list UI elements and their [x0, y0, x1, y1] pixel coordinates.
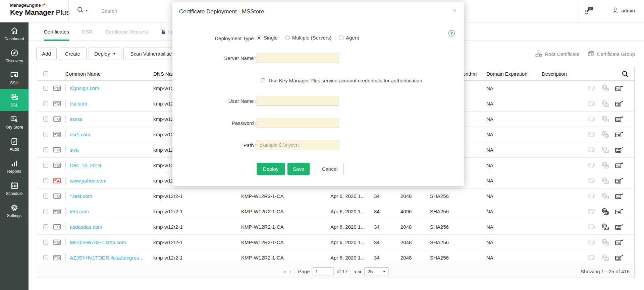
renew-certificate-icon[interactable] [615, 208, 623, 215]
edit-certificate-icon[interactable] [588, 224, 596, 230]
root-certificate-button[interactable]: Root Certificate [535, 50, 579, 58]
first-page-icon[interactable]: « [283, 268, 286, 275]
cancel-button[interactable]: Cancel [316, 163, 344, 175]
select-all-checkbox[interactable] [43, 71, 48, 76]
renew-certificate-icon[interactable] [615, 85, 623, 92]
tab-certificate-request[interactable]: Certificate Request [105, 22, 148, 41]
last-page-icon[interactable]: » [358, 268, 362, 275]
path-input[interactable] [257, 140, 339, 150]
edit-certificate-icon[interactable] [588, 131, 596, 138]
row-checkbox[interactable] [43, 132, 48, 137]
sidebar-item-ssl[interactable]: SSL [0, 89, 29, 111]
deploy-certificate-icon[interactable] [601, 193, 609, 200]
edit-certificate-icon[interactable] [588, 193, 596, 199]
create-button[interactable]: Create [59, 48, 87, 60]
user-name-input[interactable] [257, 96, 339, 106]
edit-certificate-icon[interactable] [588, 255, 596, 261]
server-name-input[interactable] [257, 53, 339, 63]
renew-certificate-icon[interactable] [615, 131, 623, 138]
renew-certificate-icon[interactable] [615, 239, 623, 246]
common-name-link[interactable]: *.test.com [70, 193, 92, 199]
help-icon[interactable]: ? [448, 30, 455, 37]
close-icon[interactable]: × [453, 7, 457, 14]
service-account-checkbox[interactable] [261, 78, 265, 83]
feedback-icon[interactable] [584, 6, 594, 17]
row-checkbox[interactable] [43, 178, 48, 183]
sidebar-item-ssh[interactable]: SSH [0, 67, 29, 89]
next-page-icon[interactable]: › [354, 268, 356, 275]
common-name-link[interactable]: MEOD-W732-1.kmp.com [70, 239, 126, 245]
sidebar-item-key-store[interactable]: Key Store [0, 111, 29, 133]
row-checkbox[interactable] [43, 255, 48, 260]
row-checkbox[interactable] [43, 101, 48, 106]
renew-certificate-icon[interactable] [615, 193, 623, 200]
sidebar-item-reports[interactable]: Reports [0, 155, 29, 177]
save-button[interactable]: Save [287, 163, 310, 175]
row-checkbox[interactable] [43, 224, 48, 229]
row-checkbox[interactable] [43, 194, 48, 199]
deploy-certificate-icon[interactable] [601, 254, 609, 261]
edit-certificate-icon[interactable] [588, 162, 596, 168]
row-checkbox[interactable] [43, 163, 48, 168]
tab-csr[interactable]: CSR [82, 22, 93, 41]
renew-certificate-icon[interactable] [615, 100, 623, 107]
radio-option-multiple-servers-[interactable]: Multiple (Servers) [285, 35, 332, 41]
prev-page-icon[interactable]: ‹ [289, 268, 291, 275]
user-menu[interactable]: admin [612, 7, 635, 14]
deploy-certificate-icon[interactable] [601, 162, 609, 169]
sidebar-item-dashboard[interactable]: Dashboard [0, 22, 29, 45]
edit-certificate-icon[interactable] [588, 100, 596, 107]
table-search-icon[interactable] [622, 70, 629, 78]
common-name-link[interactable]: AZJSYHV1TDDR.ilo.aztecgrou... [70, 255, 143, 261]
page-number-input[interactable] [313, 267, 333, 276]
deploy-certificate-icon[interactable] [601, 146, 609, 153]
deploy-certificate-icon[interactable] [601, 239, 609, 246]
column-header-description[interactable]: Description [542, 71, 588, 77]
common-name-link[interactable]: asdasdas.com [70, 224, 102, 230]
deploy-certificate-icon[interactable] [601, 100, 609, 107]
row-checkbox[interactable] [43, 117, 48, 122]
common-name-link[interactable]: signsign.com [70, 85, 99, 91]
common-name-link[interactable]: Dec_10_2019 [70, 162, 101, 168]
common-name-link[interactable]: siva [70, 147, 79, 153]
renew-certificate-icon[interactable] [615, 116, 623, 123]
radio-option-agent[interactable]: Agent [339, 35, 359, 41]
search-scope-caret-icon[interactable]: ▼ [85, 9, 88, 12]
sidebar-item-schedule[interactable]: Schedule [0, 177, 29, 199]
edit-certificate-icon[interactable] [588, 116, 596, 122]
column-header-common-name[interactable]: Common Name [65, 71, 153, 77]
edit-certificate-icon[interactable] [588, 85, 596, 91]
renew-certificate-icon[interactable] [615, 255, 623, 261]
row-checkbox[interactable] [43, 240, 48, 245]
deploy-certificate-icon[interactable] [601, 223, 609, 230]
renew-certificate-icon[interactable] [615, 162, 623, 169]
deploy-certificate-icon[interactable] [601, 208, 609, 215]
common-name-link[interactable]: www.yahoo.com [70, 178, 106, 184]
deploy-certificate-icon[interactable] [601, 85, 609, 92]
certificate-group-button[interactable]: Certificate Group [588, 51, 635, 58]
radio-option-single[interactable]: Single [257, 35, 278, 41]
deploy-certificate-icon[interactable] [601, 177, 609, 184]
sidebar-item-settings[interactable]: Settings [0, 199, 29, 221]
common-name-link[interactable]: csr1.com [70, 132, 90, 137]
renew-certificate-icon[interactable] [615, 224, 623, 230]
tab-certificates[interactable]: Certificates [44, 22, 69, 41]
renew-certificate-icon[interactable] [615, 177, 623, 184]
edit-certificate-icon[interactable] [588, 239, 596, 245]
deploy-certificate-icon[interactable] [601, 131, 609, 138]
column-header-domain-expiration[interactable]: Domain Expiration [486, 71, 542, 77]
common-name-link[interactable]: test.com [70, 209, 89, 214]
search-icon[interactable] [76, 6, 85, 15]
sidebar-item-discovery[interactable]: Discovery [0, 45, 29, 67]
sidebar-item-audit[interactable]: Audit [0, 133, 29, 155]
edit-certificate-icon[interactable] [588, 147, 596, 153]
deploy-certificate-icon[interactable] [601, 116, 609, 123]
common-name-link[interactable]: csr.ocm [70, 101, 87, 106]
deploy-button[interactable]: Deploy [257, 163, 285, 175]
common-name-link[interactable]: sssss [70, 116, 83, 122]
deploy-dropdown-button[interactable]: Deploy▼ [89, 48, 121, 60]
row-checkbox[interactable] [43, 86, 48, 91]
row-checkbox[interactable] [43, 147, 48, 152]
edit-certificate-icon[interactable] [588, 177, 596, 184]
edit-certificate-icon[interactable] [588, 208, 596, 215]
